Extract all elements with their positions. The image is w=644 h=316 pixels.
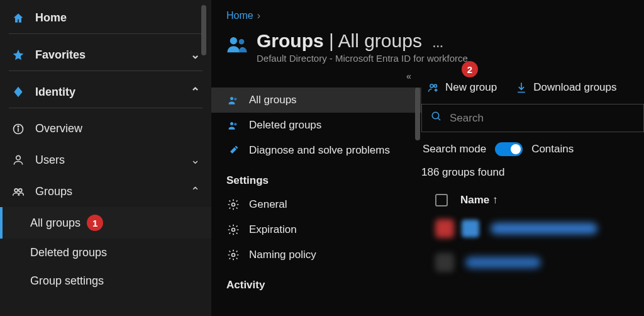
svg-line-18 [438, 118, 440, 120]
group-avatar [435, 253, 454, 272]
collapse-chevron-icon[interactable]: « [406, 71, 411, 81]
sort-asc-icon: ↑ [492, 194, 498, 206]
toolbar: 2 New group Download groups [421, 81, 644, 94]
nav-all-groups-label: All groups [30, 217, 80, 230]
nav-favorites[interactable]: Favorites ⌄ [9, 39, 203, 71]
secondary-nav: All groups Deleted groups Diagnose and s… [211, 87, 421, 316]
nav-overview[interactable]: Overview [0, 113, 211, 144]
nav-users-label: Users [35, 154, 65, 167]
svg-point-7 [239, 39, 245, 44]
mnav-diagnose-label: Diagnose and solve problems [249, 144, 390, 157]
mnav-deleted-groups[interactable]: Deleted groups [211, 113, 421, 138]
mnav-diagnose[interactable]: Diagnose and solve problems [211, 138, 421, 163]
people-icon [226, 119, 240, 132]
mnav-all-groups-label: All groups [249, 94, 297, 106]
search-mode-value: Contains [531, 143, 574, 155]
table-row[interactable] [421, 251, 644, 274]
select-all-checkbox[interactable] [435, 194, 448, 206]
group-avatar [435, 219, 454, 238]
people-icon [226, 30, 248, 57]
svg-point-15 [430, 84, 433, 87]
nav-overview-label: Overview [35, 122, 82, 135]
mnav-general[interactable]: General [211, 192, 421, 217]
svg-point-6 [230, 37, 237, 44]
mnav-expiration[interactable]: Expiration [211, 217, 421, 242]
mnav-settings-heading: Settings [211, 163, 421, 192]
nav-identity[interactable]: Identity ⌃ [9, 76, 203, 108]
mnav-general-label: General [249, 198, 287, 211]
new-group-button[interactable]: New group [426, 81, 497, 94]
mnav-expiration-label: Expiration [249, 223, 297, 236]
mnav-activity-heading: Activity [211, 268, 421, 296]
nav-all-groups[interactable]: All groups 1 [0, 207, 211, 239]
wrench-icon [226, 144, 240, 157]
group-name-blurred [491, 223, 597, 234]
nav-identity-label: Identity [35, 86, 75, 99]
svg-point-16 [434, 84, 436, 87]
annotation-badge-1: 1 [87, 215, 103, 231]
mnav-naming-policy[interactable]: Naming policy [211, 242, 421, 268]
svg-point-3 [16, 155, 21, 160]
svg-point-13 [232, 229, 235, 232]
svg-point-17 [432, 112, 439, 119]
page-title-main: Groups [257, 30, 324, 51]
nav-deleted-groups[interactable]: Deleted groups [0, 239, 211, 267]
page-title-sub: All groups [338, 30, 422, 51]
info-icon [11, 123, 25, 135]
sidebar-left: Home Favorites ⌄ Identity ⌃ Overview [0, 0, 211, 316]
nav-users[interactable]: Users ⌄ [0, 144, 211, 176]
svg-point-9 [234, 98, 236, 100]
nav-home-label: Home [35, 11, 67, 25]
svg-point-4 [14, 189, 18, 192]
group-badge [462, 220, 479, 237]
search-input[interactable]: Search [421, 104, 644, 132]
search-placeholder: Search [450, 112, 484, 125]
breadcrumb: Home › [211, 0, 644, 26]
table-header: Name ↑ [421, 189, 644, 206]
results-count: 186 groups found [421, 166, 644, 179]
nav-groups-label: Groups [35, 185, 72, 198]
diamond-icon [11, 86, 25, 98]
gear-icon [226, 249, 240, 261]
search-mode-toggle[interactable] [495, 142, 523, 156]
chevron-down-icon: ⌄ [191, 48, 200, 62]
svg-point-14 [232, 254, 235, 257]
page-header: Groups | All groups … Default Directory … [211, 26, 644, 72]
download-groups-button[interactable]: Download groups [514, 81, 616, 94]
page-title: Groups | All groups … [257, 30, 468, 52]
nav-home[interactable]: Home [9, 8, 203, 34]
page-subtitle: Default Directory - Microsoft Entra ID f… [257, 53, 468, 64]
mnav-naming-policy-label: Naming policy [249, 249, 316, 261]
more-icon[interactable]: … [432, 37, 443, 50]
column-name[interactable]: Name ↑ [460, 194, 498, 206]
chevron-down-icon: ⌄ [191, 153, 200, 167]
annotation-badge-2: 2 [462, 61, 478, 77]
search-mode-label: Search mode [423, 143, 486, 155]
mnav-deleted-groups-label: Deleted groups [249, 119, 321, 132]
add-group-icon [426, 81, 440, 94]
download-groups-label: Download groups [533, 81, 616, 94]
groups-icon [11, 185, 25, 198]
home-icon [11, 12, 25, 25]
main-panel: Home › Groups | All groups … Default Dir… [211, 0, 644, 316]
star-icon [11, 48, 25, 61]
svg-point-11 [234, 123, 236, 125]
group-name-blurred [465, 257, 541, 268]
breadcrumb-home[interactable]: Home [226, 10, 253, 21]
table-row[interactable] [421, 217, 644, 240]
chevron-up-icon: ⌃ [191, 184, 200, 198]
download-icon [514, 81, 528, 94]
nav-group-settings[interactable]: Group settings [0, 267, 211, 295]
search-icon [431, 111, 442, 125]
content-panel: 2 New group Download groups [421, 72, 644, 316]
svg-point-2 [18, 126, 19, 127]
gear-icon [226, 223, 240, 236]
search-mode-row: Search mode Contains [421, 142, 644, 156]
nav-deleted-groups-label: Deleted groups [30, 246, 107, 259]
nav-group-settings-label: Group settings [30, 274, 104, 288]
mnav-all-groups[interactable]: All groups [211, 87, 421, 113]
svg-point-8 [230, 97, 233, 100]
chevron-up-icon: ⌃ [191, 85, 200, 99]
nav-groups[interactable]: Groups ⌃ [0, 176, 211, 207]
chevron-right-icon: › [257, 10, 260, 21]
